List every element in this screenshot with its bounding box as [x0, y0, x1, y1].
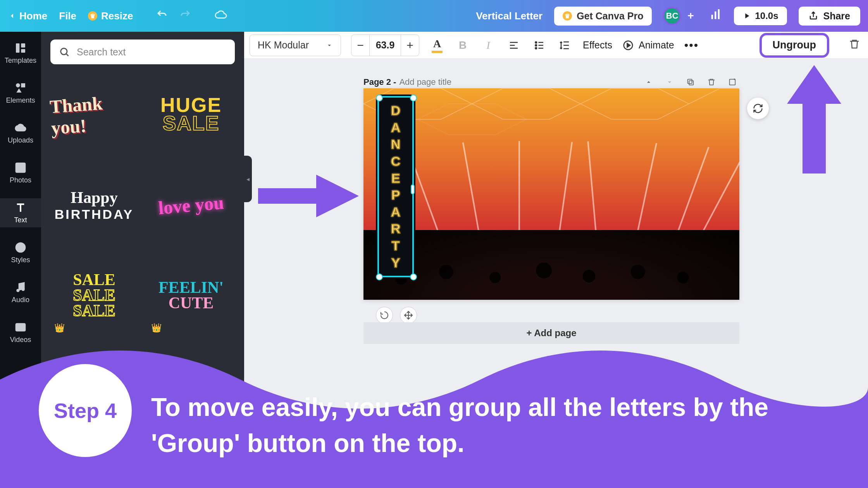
neon-letter: T	[392, 238, 400, 253]
text-template[interactable]: Thank you!	[48, 70, 141, 158]
step-badge: Step 4	[39, 364, 132, 457]
file-menu[interactable]: File	[59, 10, 76, 22]
rail-photos[interactable]: Photos	[0, 158, 41, 187]
app-header: Home File ♛ Resize Vertical Letter ♛ Get…	[0, 0, 868, 32]
search-input[interactable]: Search text	[50, 40, 235, 64]
get-pro-button[interactable]: ♛ Get Canva Pro	[554, 7, 652, 26]
premium-badge-icon: 👑	[151, 324, 162, 332]
avatar[interactable]: BC	[663, 7, 681, 25]
svg-rect-34	[730, 79, 735, 85]
alignment-button[interactable]	[506, 38, 522, 53]
search-icon	[59, 46, 70, 57]
svg-point-27	[17, 289, 19, 291]
svg-point-30	[61, 48, 67, 55]
svg-point-28	[22, 289, 24, 290]
neon-letter: R	[391, 221, 401, 236]
svg-point-22	[18, 165, 20, 167]
page-canvas[interactable]: DANCEPARTY	[363, 88, 739, 300]
font-family-select[interactable]: HK Modular	[250, 34, 341, 56]
text-template[interactable]: love you	[144, 161, 238, 249]
svg-point-25	[21, 245, 22, 246]
neon-letter: A	[391, 204, 401, 220]
rail-elements[interactable]: Elements	[0, 79, 41, 108]
chevron-down-icon	[326, 42, 333, 49]
tutorial-text: To move easily, you can group all the le…	[151, 389, 845, 461]
share-button[interactable]: Share	[799, 7, 860, 26]
search-placeholder: Search text	[77, 46, 126, 58]
resize-button[interactable]: ♛ Resize	[88, 10, 133, 22]
document-name[interactable]: Vertical Letter	[476, 10, 542, 22]
undo-button[interactable]	[156, 9, 168, 23]
animate-button[interactable]: Animate	[622, 40, 674, 51]
rail-audio[interactable]: Audio	[0, 278, 41, 307]
text-template[interactable]: HappyBIRTHDAY	[50, 164, 138, 246]
neon-letter: D	[391, 103, 401, 118]
neon-letter: A	[391, 120, 401, 135]
neon-letter: P	[391, 187, 400, 203]
annotation-arrow-right	[258, 169, 363, 225]
add-collaborator-button[interactable]: +	[684, 9, 698, 23]
panel-collapse-handle[interactable]: ◂	[244, 156, 252, 202]
font-size-value[interactable]: 63.9	[370, 34, 401, 56]
get-pro-label: Get Canva Pro	[577, 10, 643, 22]
insights-button[interactable]	[709, 8, 722, 24]
svg-point-6	[535, 41, 537, 43]
rotate-handle[interactable]	[376, 307, 393, 324]
premium-badge-icon: 👑	[54, 324, 65, 332]
svg-rect-32	[689, 81, 693, 85]
list-button[interactable]	[532, 38, 547, 53]
svg-point-8	[535, 45, 537, 46]
rail-templates[interactable]: Templates	[0, 39, 41, 68]
text-template[interactable]: SALESALESALE👑	[50, 255, 138, 336]
text-template[interactable]: HUGESALE	[147, 74, 235, 155]
quick-action-button[interactable]	[747, 98, 769, 119]
rail-uploads[interactable]: Uploads	[0, 119, 41, 148]
duplicate-page[interactable]	[684, 75, 698, 89]
rail-styles[interactable]: Styles	[0, 238, 41, 267]
neon-letter: E	[391, 171, 400, 186]
svg-rect-2	[718, 9, 720, 19]
font-size-decrease[interactable]: −	[351, 34, 370, 56]
effects-button[interactable]: Effects	[583, 40, 612, 51]
page-collapse-up[interactable]	[642, 75, 656, 89]
new-page-button[interactable]	[725, 75, 739, 89]
annotation-arrow-up	[785, 65, 843, 175]
crowd-silhouette	[363, 230, 739, 300]
ungroup-button[interactable]: Ungroup	[760, 33, 829, 58]
svg-point-24	[18, 246, 19, 247]
page-collapse-down[interactable]	[663, 75, 677, 89]
present-button[interactable]: 10.0s	[734, 7, 787, 25]
svg-rect-0	[711, 15, 713, 19]
font-size-increase[interactable]: +	[401, 34, 419, 56]
italic-button[interactable]: I	[480, 38, 496, 53]
bold-button[interactable]: B	[455, 38, 470, 53]
move-handle[interactable]	[400, 307, 417, 324]
svg-rect-33	[688, 79, 692, 84]
selected-text-element[interactable]: DANCEPARTY	[379, 98, 412, 276]
sync-status-icon[interactable]	[214, 8, 227, 24]
spacing-button[interactable]	[557, 38, 573, 53]
duration-label: 10.0s	[755, 10, 778, 21]
delete-button[interactable]	[849, 38, 860, 52]
text-template[interactable]: FEELIN'CUTE👑	[147, 255, 235, 336]
neon-letter: C	[391, 154, 401, 169]
svg-rect-17	[21, 43, 25, 48]
page-number: Page 2 -	[363, 77, 396, 87]
svg-point-19	[16, 83, 20, 88]
rail-text[interactable]: Text	[0, 198, 41, 227]
text-color-button[interactable]: A	[429, 38, 445, 53]
more-options-button[interactable]: •••	[684, 39, 699, 52]
svg-point-10	[535, 47, 537, 49]
crown-icon: ♛	[563, 11, 572, 21]
share-label: Share	[823, 10, 850, 22]
svg-point-26	[22, 248, 23, 249]
page-title-input[interactable]: Add page title	[399, 77, 451, 87]
home-button[interactable]: Home	[8, 10, 47, 22]
font-name: HK Modular	[258, 40, 309, 51]
svg-line-31	[66, 54, 68, 56]
ungroup-label: Ungroup	[773, 39, 816, 51]
delete-page[interactable]	[704, 75, 718, 89]
svg-rect-1	[715, 11, 716, 19]
redo-button[interactable]	[179, 9, 191, 23]
page-header: Page 2 - Add page title	[363, 75, 739, 89]
